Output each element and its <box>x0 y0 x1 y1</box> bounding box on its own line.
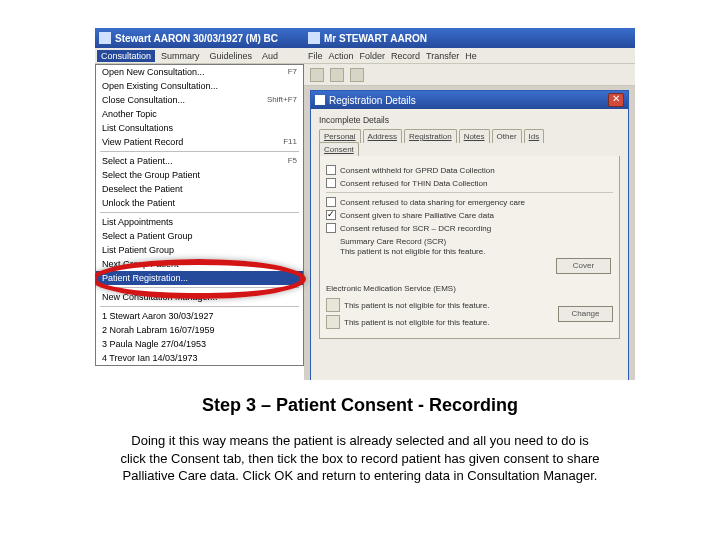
menu-item[interactable]: List Patient Group <box>96 243 303 257</box>
tab-consent[interactable]: Consent <box>319 142 359 156</box>
menu-item[interactable]: Unlock the Patient <box>96 196 303 210</box>
menu-item[interactable]: Next Group Patient <box>96 257 303 271</box>
tab-strip: Personal Address Registration Notes Othe… <box>319 129 620 143</box>
menu-file[interactable]: File <box>308 51 323 61</box>
checkbox-palliative-care[interactable] <box>326 210 336 220</box>
cover-button[interactable]: Cover <box>556 258 611 274</box>
title-bar-text: Mr STEWART AARON <box>324 33 427 44</box>
scr-subtitle: Summary Care Record (SCR) <box>340 237 613 246</box>
ems-note: This patient is not eligible for this fe… <box>344 318 489 327</box>
checkbox-thin[interactable] <box>326 178 336 188</box>
menu-item[interactable]: List Consultations <box>96 121 303 135</box>
tab-personal[interactable]: Personal <box>319 129 361 143</box>
title-bar-left: Stewart AARON 30/03/1927 (M) BC <box>95 28 304 48</box>
menu-item[interactable]: 2 Norah Labram 16/07/1959 <box>96 323 303 337</box>
change-button[interactable]: Change <box>558 306 613 322</box>
toolbar-right <box>304 64 635 86</box>
registration-details-dialog: Registration Details Incomplete Details … <box>310 90 629 380</box>
menu-bar-left: Consultation Summary Guidelines Aud <box>95 48 304 64</box>
app-icon <box>99 32 111 44</box>
dialog-title-bar: Registration Details <box>311 91 628 109</box>
menu-item[interactable]: Deselect the Patient <box>96 182 303 196</box>
slide-heading: Step 3 – Patient Consent - Recording <box>0 395 720 416</box>
menu-item[interactable]: Open New Consultation...F7 <box>96 65 303 79</box>
menu-record[interactable]: Record <box>391 51 420 61</box>
window-client-area: Registration Details Incomplete Details … <box>304 86 635 380</box>
close-icon[interactable] <box>608 93 624 107</box>
menu-item[interactable]: Select a Patient Group <box>96 229 303 243</box>
ems-title: Electronic Medication Service (EMS) <box>326 284 613 293</box>
checkbox-emergency-care[interactable] <box>326 197 336 207</box>
title-bar-text: Stewart AARON 30/03/1927 (M) BC <box>115 33 278 44</box>
screenshot-composite: Stewart AARON 30/03/1927 (M) BC Consulta… <box>95 28 635 380</box>
checkbox-label: Consent withheld for GPRD Data Collectio… <box>340 166 495 175</box>
menu-item[interactable]: Another Topic <box>96 107 303 121</box>
incomplete-details-label: Incomplete Details <box>319 115 620 125</box>
menu-item[interactable]: 1 Stewart Aaron 30/03/1927 <box>96 309 303 323</box>
menu-folder[interactable]: Folder <box>360 51 386 61</box>
consultation-window: Stewart AARON 30/03/1927 (M) BC Consulta… <box>95 28 304 380</box>
info-icon <box>326 298 340 312</box>
menu-action[interactable]: Action <box>329 51 354 61</box>
menu-item[interactable]: 4 Trevor Ian 14/03/1973 <box>96 351 303 365</box>
toolbar-icon[interactable] <box>350 68 364 82</box>
tab-notes[interactable]: Notes <box>459 129 490 143</box>
dialog-body: Incomplete Details Personal Address Regi… <box>311 109 628 343</box>
menu-item[interactable]: View Patient RecordF11 <box>96 135 303 149</box>
menu-guidelines[interactable]: Guidelines <box>206 50 257 62</box>
toolbar-icon[interactable] <box>330 68 344 82</box>
tab-ids[interactable]: Ids <box>524 129 545 143</box>
menu-item[interactable]: Select the Group Patient <box>96 168 303 182</box>
checkbox-label: Consent refused for SCR – DCR recording <box>340 224 491 233</box>
menu-transfer[interactable]: Transfer <box>426 51 459 61</box>
menu-item[interactable]: Close Consultation...Shift+F7 <box>96 93 303 107</box>
consultation-dropdown: Open New Consultation...F7 Open Existing… <box>95 64 304 366</box>
document-icon <box>315 95 325 105</box>
menu-item-patient-registration[interactable]: Patient Registration... <box>96 271 303 285</box>
app-icon <box>308 32 320 44</box>
title-bar-right: Mr STEWART AARON <box>304 28 635 48</box>
menu-item[interactable]: Open Existing Consultation... <box>96 79 303 93</box>
slide-body-text: Doing it this way means the patient is a… <box>120 432 600 485</box>
checkbox-label: Consent refused for THIN Data Collection <box>340 179 487 188</box>
checkbox-label: Consent refused to data sharing for emer… <box>340 198 525 207</box>
tab-other[interactable]: Other <box>492 129 522 143</box>
menu-aud[interactable]: Aud <box>258 50 282 62</box>
checkbox-scr-dcr[interactable] <box>326 223 336 233</box>
toolbar-icon[interactable] <box>310 68 324 82</box>
registration-window: Mr STEWART AARON File Action Folder Reco… <box>304 28 635 380</box>
checkbox-label: Consent given to share Palliative Care d… <box>340 211 494 220</box>
consent-panel: Consent withheld for GPRD Data Collectio… <box>319 156 620 339</box>
menu-item[interactable]: Select a Patient...F5 <box>96 154 303 168</box>
scr-note: This patient is not eligible for this fe… <box>340 247 613 256</box>
tab-address[interactable]: Address <box>363 129 402 143</box>
menu-item[interactable]: New Consultation Manager... <box>96 290 303 304</box>
tab-registration[interactable]: Registration <box>404 129 457 143</box>
menu-summary[interactable]: Summary <box>157 50 204 62</box>
menu-item[interactable]: 3 Paula Nagle 27/04/1953 <box>96 337 303 351</box>
menu-item[interactable]: List Appointments <box>96 215 303 229</box>
info-icon <box>326 315 340 329</box>
menu-bar-right: File Action Folder Record Transfer He <box>304 48 635 64</box>
checkbox-gprd[interactable] <box>326 165 336 175</box>
dialog-title-text: Registration Details <box>329 95 416 106</box>
menu-help[interactable]: He <box>465 51 477 61</box>
menu-consultation[interactable]: Consultation <box>97 50 155 62</box>
ems-note: This patient is not eligible for this fe… <box>344 301 489 310</box>
